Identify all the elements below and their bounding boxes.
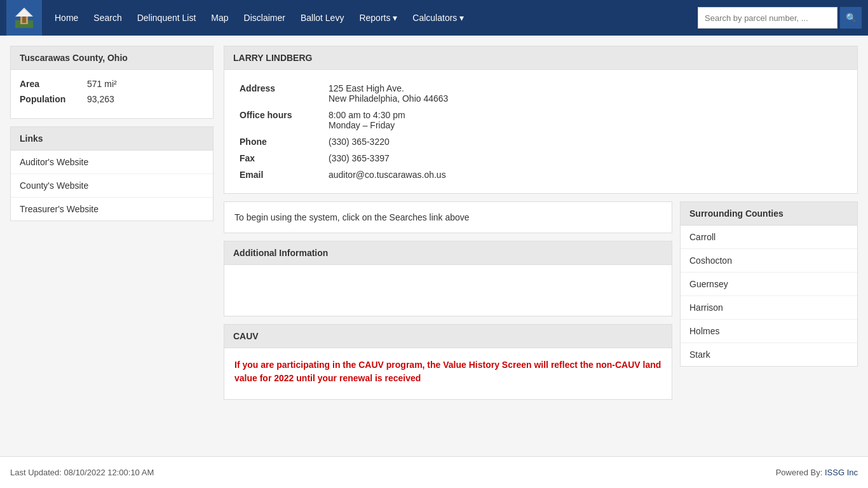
middle-row: To begin using the system, click on the … xyxy=(224,201,858,400)
auditor-panel: LARRY LINDBERG Address 125 East High Ave… xyxy=(224,46,858,194)
phone-label: Phone xyxy=(234,133,323,150)
cauv-body: If you are participating in the CAUV pro… xyxy=(224,348,672,399)
email-value: auditor@co.tuscarawas.oh.us xyxy=(323,166,847,183)
links-title: Links xyxy=(11,127,213,151)
parcel-search-button[interactable]: 🔍 xyxy=(840,7,862,29)
last-updated-text: Last Updated: 08/10/2022 12:00:10 AM xyxy=(10,468,154,477)
auditor-body: Address 125 East High Ave. New Philadelp… xyxy=(224,70,857,193)
nav-map[interactable]: Map xyxy=(203,0,236,36)
surrounding-counties-title: Surrounding Counties xyxy=(681,202,857,226)
surrounding-county-holmes[interactable]: Holmes xyxy=(681,320,857,343)
footer: Last Updated: 08/10/2022 12:00:10 AM Pow… xyxy=(0,456,868,488)
nav-search[interactable]: Search xyxy=(86,0,129,36)
email-row: Email auditor@co.tuscarawas.oh.us xyxy=(234,166,847,183)
county-website-link[interactable]: County's Website xyxy=(11,174,213,198)
page-content: Tuscarawas County, Ohio Area 571 mi² Pop… xyxy=(0,36,868,456)
address-label: Address xyxy=(234,80,323,107)
issg-link[interactable]: ISSG Inc xyxy=(825,468,858,477)
search-hint-text: To begin using the system, click on the … xyxy=(234,212,470,222)
area-row: Area 571 mi² xyxy=(20,79,204,89)
additional-info-body xyxy=(224,265,672,316)
area-value: 571 mi² xyxy=(87,79,117,89)
cauv-text: If you are participating in the CAUV pro… xyxy=(234,360,661,383)
svg-rect-3 xyxy=(22,17,26,23)
county-title: Tuscarawas County, Ohio xyxy=(11,46,213,70)
nav-calculators[interactable]: Calculators ▾ xyxy=(405,0,471,36)
treasurer-website-link[interactable]: Treasurer's Website xyxy=(11,198,213,220)
address-value: 125 East High Ave. New Philadelphia, Ohi… xyxy=(323,80,847,107)
county-info-card: Tuscarawas County, Ohio Area 571 mi² Pop… xyxy=(10,46,214,119)
right-sidebar: Surrounding Counties Carroll Coshocton G… xyxy=(680,201,858,400)
additional-info-title: Additional Information xyxy=(224,241,672,265)
additional-info-section: Additional Information xyxy=(224,241,672,316)
nav-search-area: 🔍 xyxy=(698,7,862,29)
surrounding-county-harrison[interactable]: Harrison xyxy=(681,296,857,320)
surrounding-county-carroll[interactable]: Carroll xyxy=(681,226,857,249)
office-hours-row: Office hours 8:00 am to 4:30 pm Monday –… xyxy=(234,107,847,133)
fax-row: Fax (330) 365-3397 xyxy=(234,150,847,166)
address-row: Address 125 East High Ave. New Philadelp… xyxy=(234,80,847,107)
search-hint-box: To begin using the system, click on the … xyxy=(224,201,672,233)
fax-value: (330) 365-3397 xyxy=(323,150,847,166)
nav-home[interactable]: Home xyxy=(47,0,86,36)
navbar: Home Search Delinquent List Map Disclaim… xyxy=(0,0,868,36)
main-content: LARRY LINDBERG Address 125 East High Ave… xyxy=(224,46,858,446)
phone-value: (330) 365-3220 xyxy=(323,133,847,150)
cauv-title: CAUV xyxy=(224,325,672,348)
nav-disclaimer[interactable]: Disclaimer xyxy=(236,0,293,36)
parcel-search-input[interactable] xyxy=(698,7,837,29)
links-card: Links Auditor's Website County's Website… xyxy=(10,126,214,221)
cauv-section: CAUV If you are participating in the CAU… xyxy=(224,324,672,400)
population-row: Population 93,263 xyxy=(20,94,204,104)
fax-label: Fax xyxy=(234,150,323,166)
surrounding-counties-card: Surrounding Counties Carroll Coshocton G… xyxy=(680,201,858,367)
powered-by-text: Powered By: ISSG Inc xyxy=(776,468,858,477)
email-label: Email xyxy=(234,166,323,183)
nav-delinquent-list[interactable]: Delinquent List xyxy=(130,0,204,36)
logo xyxy=(6,0,42,36)
surrounding-county-guernsey[interactable]: Guernsey xyxy=(681,273,857,296)
auditor-website-link[interactable]: Auditor's Website xyxy=(11,151,213,174)
nav-reports[interactable]: Reports ▾ xyxy=(351,0,405,36)
nav-links: Home Search Delinquent List Map Disclaim… xyxy=(47,0,698,36)
surrounding-county-coshocton[interactable]: Coshocton xyxy=(681,249,857,273)
office-hours-label: Office hours xyxy=(234,107,323,133)
nav-ballot-levy[interactable]: Ballot Levy xyxy=(293,0,351,36)
auditor-detail-table: Address 125 East High Ave. New Philadelp… xyxy=(234,80,847,183)
county-body: Area 571 mi² Population 93,263 xyxy=(11,70,213,118)
surrounding-county-stark[interactable]: Stark xyxy=(681,343,857,366)
population-value: 93,263 xyxy=(87,94,114,104)
office-hours-value: 8:00 am to 4:30 pm Monday – Friday xyxy=(323,107,847,133)
area-label: Area xyxy=(20,79,77,89)
population-label: Population xyxy=(20,94,77,104)
auditor-name: LARRY LINDBERG xyxy=(224,46,857,70)
phone-row: Phone (330) 365-3220 xyxy=(234,133,847,150)
left-sidebar: Tuscarawas County, Ohio Area 571 mi² Pop… xyxy=(10,46,214,446)
